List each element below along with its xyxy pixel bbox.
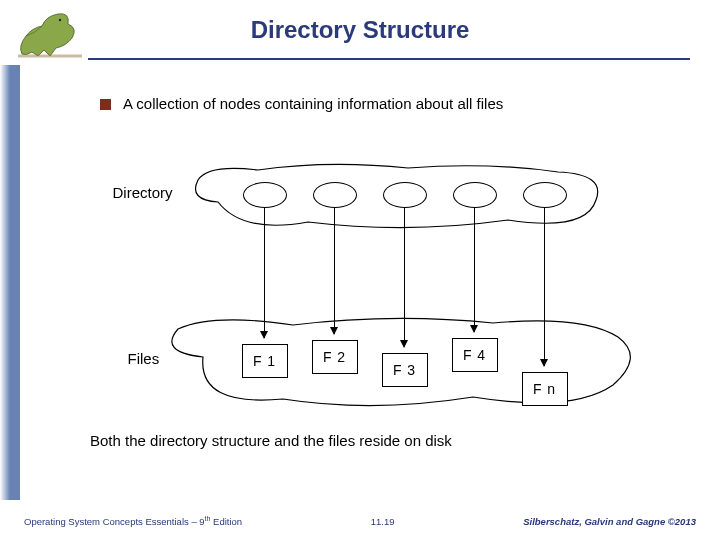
files-label: Files xyxy=(128,350,160,367)
slide-header: Directory Structure xyxy=(0,0,720,65)
dir-node xyxy=(453,182,497,208)
footer-center: 11.19 xyxy=(371,516,395,527)
directory-label: Directory xyxy=(113,184,173,201)
directory-diagram: Directory Files F 1 F 2 F 3 F 4 F n xyxy=(73,132,653,422)
file-node: F 3 xyxy=(382,353,428,387)
connector xyxy=(404,208,406,347)
footer-left-a: Operating System Concepts Essentials – 9 xyxy=(24,516,205,527)
dir-node xyxy=(243,182,287,208)
slide-content: A collection of nodes containing informa… xyxy=(0,65,720,449)
bullet-item: A collection of nodes containing informa… xyxy=(100,95,665,112)
dir-node xyxy=(523,182,567,208)
footer-left: Operating System Concepts Essentials – 9… xyxy=(24,515,242,527)
title-underline xyxy=(88,58,690,60)
bullet-marker-icon xyxy=(100,99,111,110)
file-node: F n xyxy=(522,372,568,406)
file-node: F 4 xyxy=(452,338,498,372)
file-node: F 2 xyxy=(312,340,358,374)
footer-right: Silberschatz, Galvin and Gagne ©2013 xyxy=(523,516,696,527)
connector xyxy=(264,208,266,338)
closing-text: Both the directory structure and the fil… xyxy=(90,432,665,449)
svg-point-0 xyxy=(59,19,61,21)
dir-node xyxy=(383,182,427,208)
slide-footer: Operating System Concepts Essentials – 9… xyxy=(0,510,720,540)
slide-title: Directory Structure xyxy=(0,0,720,44)
connector xyxy=(544,208,546,366)
connector xyxy=(474,208,476,332)
dinosaur-logo-icon xyxy=(12,6,88,62)
dir-node xyxy=(313,182,357,208)
connector xyxy=(334,208,336,334)
file-node: F 1 xyxy=(242,344,288,378)
footer-left-b: Edition xyxy=(210,516,242,527)
bullet-text: A collection of nodes containing informa… xyxy=(123,95,503,112)
